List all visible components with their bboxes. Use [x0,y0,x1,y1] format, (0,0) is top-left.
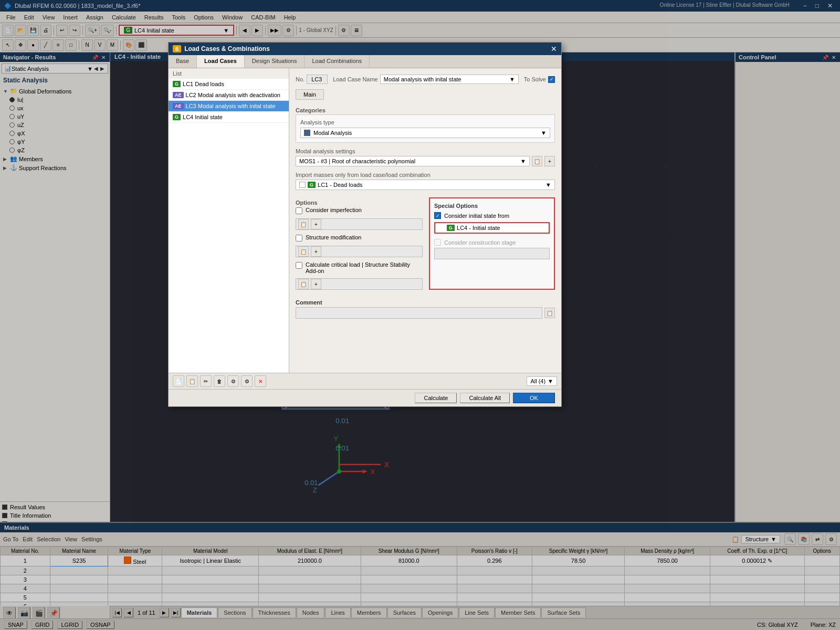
list-item-lc3[interactable]: AE LC3 Modal analysis with inital state [169,101,289,112]
name-dropdown-arrow: ▼ [509,76,515,82]
modal-tb-close[interactable]: ✕ [255,375,266,387]
lc4-label: LC4 Initial state [183,114,223,120]
critical-label: Calculate critical load | Structure Stab… [306,261,423,274]
tab-design-situations[interactable]: Design Situations [245,55,305,68]
modal-tb-new[interactable]: 📄 [173,375,184,387]
list-item-lc1[interactable]: G LC1 Dead loads [169,79,289,90]
im-toggle [299,182,306,188]
initial-state-row[interactable]: G LC4 - Initial state [434,222,550,234]
imperfection-label: Consider imperfection [306,207,362,213]
construction-input [434,248,550,259]
main-tab-label: Main [303,91,316,98]
import-masses-select[interactable]: G LC1 - Dead loads ▼ [296,180,555,190]
lc3-label: LC3 Modal analysis with inital state [186,103,276,109]
is-badge: G [447,225,455,231]
lc2-label: LC2 Modal analysis with deactivation [186,92,280,98]
modal-settings-value: MOS1 - #3 | Root of characteristic polyn… [299,158,415,164]
comment-btn[interactable]: 📋 [544,308,555,318]
consider-initial-label: Consider initial state from [444,213,509,219]
modal-title-text: Load Cases & Combinations [184,45,270,52]
lc4-badge: G [173,114,181,120]
calculate-btn[interactable]: Calculate [415,393,457,403]
imp-add-btn[interactable]: + [311,219,321,229]
structure-mod-cb[interactable] [296,235,302,242]
modal-bottom-left-btns: 📄 📋 ✏ 🗑 ⚙ ⚙ ✕ [173,375,266,387]
options-list: Consider imperfection 📋 + Structure modi… [296,207,423,290]
modal-tabs: Base Load Cases Design Situations Load C… [169,55,561,68]
modal-bottom-right-area: All (4) ▼ [527,376,557,386]
im-value: LC1 - Dead loads [318,182,543,188]
import-masses-label: Import masses only from load case/load c… [296,172,555,178]
critical-load-row: Calculate critical load | Structure Stab… [296,261,423,274]
sm-edit-btn[interactable]: 📋 [298,246,309,257]
all-count: All (4) [530,378,545,384]
list-item-lc4[interactable]: G LC4 Initial state [169,112,289,123]
critical-cb[interactable] [296,262,302,269]
comment-input[interactable] [296,307,542,319]
modal-title-icon: 6 [173,45,181,52]
options-label: Options [296,200,423,206]
modal-tb-edit[interactable]: ✏ [200,375,212,387]
comment-row: 📋 [296,307,555,319]
modal-list: G LC1 Dead loads AE LC2 Modal analysis w… [169,79,289,373]
import-masses-section: Import masses only from load case/load c… [296,172,555,190]
ok-btn[interactable]: OK [513,393,555,403]
modal-actions: Calculate Calculate All OK [169,389,561,406]
lc1-label: LC1 Dead loads [183,81,224,87]
imperfection-cb[interactable] [296,207,302,214]
modal-settings-select[interactable]: MOS1 - #3 | Root of characteristic polyn… [296,156,530,166]
structure-mod-label: Structure modification [306,234,361,240]
to-solve-checkbox[interactable]: ✓ [548,76,555,83]
is-color [438,225,445,231]
modal-tb-special2[interactable]: ⚙ [241,375,253,387]
modal-overlay: 6 Load Cases & Combinations ✕ Base Load … [0,0,840,630]
imperfection-input: 📋 + [296,218,423,230]
im-badge: G [308,182,316,188]
lc3-badge: AE [173,103,184,109]
analysis-type-select[interactable]: Modal Analysis ▼ [300,128,550,138]
modal-form: No. LC3 Load Case Name Modal analysis wi… [289,68,561,373]
consider-initial-row: ✓ Consider initial state from [434,212,550,219]
load-cases-modal: 6 Load Cases & Combinations ✕ Base Load … [168,42,562,407]
modal-title-left: 6 Load Cases & Combinations [173,45,270,52]
modal-list-area: List G LC1 Dead loads AE LC2 Modal analy… [169,68,289,373]
form-to-solve: To Solve ✓ [524,76,555,83]
name-input[interactable]: Modal analysis with inital state ▼ [380,75,519,84]
options-row: Options Consider imperfection 📋 + [296,197,555,290]
critical-input: 📋 + [296,278,423,290]
list-item-lc2[interactable]: AE LC2 Modal analysis with deactivation [169,90,289,101]
form-no: No. LC3 [296,75,328,84]
categories-label: Categories [296,107,555,113]
tab-load-cases[interactable]: Load Cases [197,55,245,68]
is-value: LC4 - Initial state [457,225,545,231]
cl-add-btn[interactable]: + [311,279,321,289]
modal-list-header: List [169,68,289,79]
main-tab-row: Main [296,89,555,100]
ms-arrow: ▼ [520,158,526,164]
sm-add-btn[interactable]: + [311,246,321,257]
tab-load-combinations[interactable]: Load Combinations [304,55,370,68]
name-input-text: Modal analysis with inital state [384,76,461,82]
imp-edit-btn[interactable]: 📋 [298,219,309,229]
modal-close-btn[interactable]: ✕ [551,45,557,53]
modal-tb-copy[interactable]: 📋 [186,375,198,387]
modal-body: List G LC1 Dead loads AE LC2 Modal analy… [169,68,561,373]
all-arrow: ▼ [548,378,553,384]
lc2-badge: AE [173,92,184,98]
modal-tb-delete[interactable]: 🗑 [214,375,225,387]
ms-edit-btn[interactable]: 📋 [532,156,542,166]
im-arrow: ▼ [545,182,551,188]
ms-add-btn[interactable]: + [544,156,555,166]
main-tab-btn[interactable]: Main [296,89,324,100]
special-options-title: Special Options [434,203,550,209]
consider-initial-cb[interactable]: ✓ [434,212,441,219]
analysis-type-label: Analysis type [300,119,550,125]
modal-settings-label: Modal analysis settings [296,148,555,154]
calculate-all-btn[interactable]: Calculate All [460,393,510,403]
tab-base[interactable]: Base [169,55,197,68]
cl-edit-btn[interactable]: 📋 [298,279,309,289]
comment-section: Comment 📋 [296,299,555,319]
modal-settings-row: MOS1 - #3 | Root of characteristic polyn… [296,156,555,166]
modal-tb-special1[interactable]: ⚙ [227,375,239,387]
all-filter[interactable]: All (4) ▼ [527,376,557,386]
